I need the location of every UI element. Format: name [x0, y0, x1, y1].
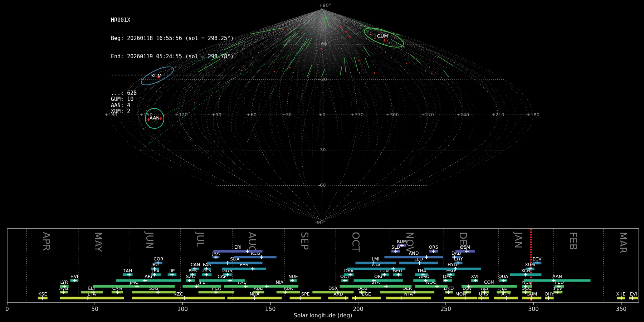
- shower-bar: [384, 256, 443, 258]
- shower-bar: [386, 297, 431, 299]
- tick-label: 300: [528, 306, 539, 312]
- shower-label: KUM: [397, 239, 407, 244]
- shower-label: SPE: [301, 291, 309, 297]
- month-label: MAR: [618, 232, 629, 254]
- shower-bar: [182, 285, 221, 288]
- shower-label: QUA: [498, 274, 508, 279]
- shower-bar: [415, 285, 448, 288]
- shower-bar: [340, 285, 411, 288]
- shower-label: ORS: [429, 244, 438, 250]
- shower-bar: [93, 285, 175, 288]
- shower-bar: [207, 262, 262, 264]
- shower-label: KSE: [38, 291, 47, 297]
- shower-label: CAN: [191, 262, 200, 267]
- shower-bar: [444, 297, 477, 299]
- shower-label: ERI: [234, 244, 241, 250]
- shower-bar: [116, 279, 181, 282]
- shower-bar: [199, 279, 245, 282]
- shower-label: XHE: [616, 291, 625, 297]
- month-label: APR: [41, 232, 52, 251]
- shower-bar: [380, 291, 434, 293]
- shower-label: HVI: [70, 274, 78, 279]
- shower-label: COM: [484, 279, 494, 285]
- shower-bar: [290, 297, 321, 299]
- shower-label: AND: [409, 250, 419, 256]
- shower-bar: [213, 250, 262, 253]
- tick-label: 150: [265, 306, 276, 312]
- shower-bar: [224, 285, 261, 288]
- month-label: AUG: [247, 232, 258, 253]
- shower-bar: [222, 268, 266, 270]
- tick-label: 200: [353, 306, 364, 312]
- app-root: HR001X Beg: 20260118 16:55:56 (sol = 298…: [0, 0, 644, 322]
- shower-bar: [60, 297, 124, 299]
- shower-bar: [524, 279, 590, 282]
- shower-label: EVI: [630, 291, 637, 297]
- shower-label: XVI: [471, 274, 479, 279]
- activity-chart: APRMAYJUNJULAUGSEPOCTNOVDECJANFEBMARKSEE…: [0, 0, 644, 322]
- month-label: SEP: [299, 232, 310, 250]
- shower-label: COR: [153, 256, 164, 262]
- shower-label: ECV: [532, 256, 542, 262]
- shower-label: OHY: [545, 291, 554, 297]
- shower-label: LMI: [372, 256, 379, 262]
- month-label: OCT: [350, 232, 361, 252]
- shower-label: TAH: [123, 268, 132, 273]
- month-label: JUN: [144, 231, 155, 249]
- shower-label: LYR: [60, 279, 68, 285]
- shower-bar: [424, 268, 481, 270]
- month-label: JUL: [195, 231, 206, 247]
- shower-bar: [132, 297, 225, 299]
- tick-label: 250: [440, 306, 451, 312]
- shower-bar: [277, 291, 300, 293]
- shower-label: NUE: [288, 274, 298, 279]
- shower-label: DSX: [328, 286, 338, 291]
- shower-label: AAN: [552, 274, 562, 279]
- shower-bar: [234, 256, 277, 258]
- tick-label: 50: [91, 306, 98, 312]
- month-label: FEB: [568, 232, 579, 250]
- shower-bar: [132, 291, 176, 293]
- shower-bar: [312, 291, 353, 293]
- tick-label: 350: [616, 306, 627, 312]
- tick-label: 0: [5, 306, 9, 312]
- shower-label: NIA: [276, 279, 284, 285]
- month-label: JAN: [513, 231, 524, 248]
- shower-bar: [347, 268, 405, 270]
- month-label: MAY: [93, 232, 104, 252]
- shower-label: ARI: [145, 274, 152, 279]
- shower-label: JIP: [169, 268, 175, 273]
- axis-title: Solar longitude (deg): [294, 312, 352, 319]
- shower-label: GEM: [460, 244, 470, 250]
- tick-label: 100: [177, 306, 188, 312]
- shower-bar: [354, 279, 403, 282]
